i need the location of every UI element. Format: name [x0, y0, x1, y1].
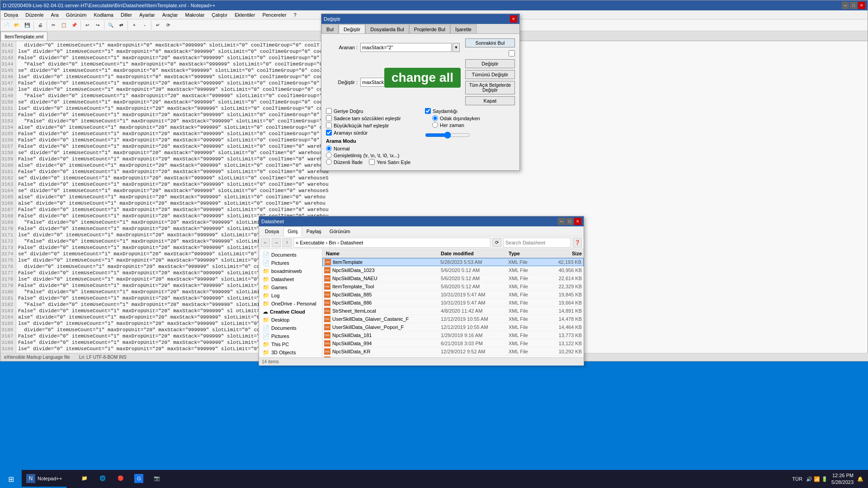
fe-up-btn[interactable]: ↑: [283, 238, 292, 247]
toolbar-replace[interactable]: ⇄: [116, 20, 126, 30]
checkbox-wrap[interactable]: [326, 130, 332, 136]
fe-file-row[interactable]: XML NpcSkillData_1023 5/6/2020 5:12 AM X…: [322, 266, 584, 274]
fe-file-row[interactable]: XML ItemTemplate 5/28/2023 5:53 AM XML F…: [322, 258, 584, 266]
toolbar-wrap[interactable]: ↵: [153, 20, 163, 30]
toolbar-print[interactable]: 🖨: [35, 20, 45, 30]
toolbar-copy[interactable]: 📋: [59, 20, 69, 30]
toolbar-undo[interactable]: ↩: [82, 20, 92, 30]
toolbar-new[interactable]: 📄: [1, 20, 11, 30]
fe-ribbon-paylas[interactable]: Paylaş: [303, 226, 325, 236]
fe-file-row[interactable]: XML NpcSkillData_NAEU 5/6/2020 5:12 AM X…: [322, 274, 584, 282]
dialog-tab-dosyalarda[interactable]: Dosyalarda Bul: [365, 24, 409, 33]
menu-ayarlar[interactable]: Ayarlar: [136, 10, 159, 19]
menu-ara[interactable]: Ara: [47, 10, 62, 19]
fe-search-btn[interactable]: ❓: [573, 238, 582, 248]
replace-all-open-button[interactable]: Tüm Açık Belgelerde Değiştir: [465, 81, 515, 94]
replace-all-button[interactable]: Tümünü Değiştir: [465, 70, 515, 79]
menu-araclar[interactable]: Araçlar: [159, 10, 182, 19]
menu-makrolar[interactable]: Makrolar: [182, 10, 208, 19]
checkbox-whole-word[interactable]: [326, 115, 332, 121]
fe-file-row[interactable]: XML NpcSkillData_643 5/24/2019 10:10 AM …: [322, 356, 584, 357]
fe-col-date-header[interactable]: Date modified: [439, 251, 507, 256]
dialog-tab-isaretler[interactable]: İşaretle: [450, 24, 476, 33]
toolbar-paste[interactable]: 📌: [69, 20, 79, 30]
taskbar-item-notepad[interactable]: N Notepad++: [22, 470, 66, 488]
fe-sidebar-item[interactable]: 📁 Desktop: [259, 316, 322, 324]
find-checkbox[interactable]: [509, 50, 515, 56]
taskbar-clock[interactable]: 12:26 PM 5/28/2023: [831, 472, 854, 486]
fe-search-input[interactable]: [503, 238, 571, 248]
taskbar-item-app3[interactable]: 📷: [148, 470, 166, 488]
toolbar-sync[interactable]: ⟳: [163, 20, 173, 30]
fe-sidebar-item[interactable]: 📄 Documents: [259, 324, 322, 332]
fe-refresh-btn[interactable]: ⟳: [492, 238, 501, 247]
notification-btn[interactable]: 🔔: [857, 476, 863, 482]
fe-sidebar-item[interactable]: 📁 Log: [259, 291, 322, 300]
menu-help[interactable]: ?: [290, 10, 300, 19]
fe-col-type-header[interactable]: Type: [507, 251, 547, 256]
radio-extended-input[interactable]: [326, 152, 332, 158]
fe-sidebar-item[interactable]: ☁ Creative Cloud: [259, 308, 322, 316]
maximize-button[interactable]: □: [850, 2, 857, 9]
fe-ribbon-dosya[interactable]: Dosya: [261, 226, 283, 236]
menu-calistir[interactable]: Çalıştır: [208, 10, 231, 19]
radio-focus-out-input[interactable]: [432, 115, 438, 121]
taskbar-item-fe[interactable]: 📁: [75, 470, 94, 488]
replace-dropdown-btn[interactable]: ▼: [453, 78, 460, 87]
fe-file-row[interactable]: XML ItemTemplate_Tool 5/6/2020 5:12 AM X…: [322, 282, 584, 291]
fe-address-input[interactable]: [293, 238, 491, 248]
toolbar-cut[interactable]: ✂: [48, 20, 58, 30]
radio-always-input[interactable]: [432, 122, 438, 128]
fe-sidebar-item[interactable]: 📄 Pictures: [259, 259, 322, 267]
fe-file-row[interactable]: XML NpcSkillData_886 10/31/2019 5:47 AM …: [322, 299, 584, 307]
fe-sidebar-item[interactable]: 📁 OneDrive - Personal: [259, 300, 322, 308]
checkbox-transparency[interactable]: [425, 108, 431, 114]
start-button[interactable]: ⊞: [0, 470, 22, 488]
menu-pencereler[interactable]: Pencereler: [259, 10, 290, 19]
fe-sidebar-item[interactable]: 📁 This PC: [259, 340, 322, 348]
fe-sidebar-item[interactable]: 📁 3D Objects: [259, 348, 322, 357]
fe-col-name-header[interactable]: Name: [322, 251, 439, 256]
minimize-button[interactable]: ─: [842, 2, 849, 9]
dialog-close-btn[interactable]: ✕: [510, 15, 517, 23]
menu-dosya[interactable]: Dosya: [0, 10, 22, 19]
fe-file-row[interactable]: XML NpcSkillData_994 6/21/2018 3:03 PM X…: [322, 339, 584, 347]
replace-button[interactable]: Değiştir: [465, 59, 515, 68]
radio-normal-input[interactable]: [326, 145, 332, 151]
fe-ribbon-gorunum[interactable]: Görünüm: [326, 226, 354, 236]
fe-sidebar-item[interactable]: 📁 Games: [259, 283, 322, 291]
toolbar-open[interactable]: 📂: [12, 20, 22, 30]
close-button[interactable]: ✕: [858, 2, 865, 9]
fe-maximize-btn[interactable]: □: [566, 218, 573, 225]
fe-file-row[interactable]: XML NpcSkillData_KR 12/29/2012 9:52 AM X…: [322, 347, 584, 356]
checkbox-backward[interactable]: [326, 108, 332, 114]
fe-sidebar-item[interactable]: 📄 Documents: [259, 251, 322, 259]
checkbox-newline[interactable]: [369, 159, 375, 165]
taskbar-item-app1[interactable]: 🔴: [112, 470, 130, 488]
fe-file-row[interactable]: XML UserSkillData_Glaiver_Popori_F 12/12…: [322, 323, 584, 331]
search-input[interactable]: [360, 43, 452, 52]
menu-gorunum[interactable]: Görünüm: [62, 10, 90, 19]
fe-file-row[interactable]: XML NpcSkillData_181 1/29/2019 9:16 AM X…: [322, 331, 584, 339]
dialog-tab-degistir[interactable]: Değiştir: [339, 24, 365, 33]
fe-minimize-btn[interactable]: ─: [558, 218, 565, 225]
taskbar-item-app2[interactable]: G: [130, 470, 148, 488]
menu-eklentiler[interactable]: Eklentiler: [231, 10, 259, 19]
dialog-tab-projelerde[interactable]: Projelerde Bul: [409, 24, 450, 33]
fe-col-size-header[interactable]: Size: [547, 251, 584, 256]
toolbar-redo[interactable]: ↪: [93, 20, 103, 30]
menu-duzenle[interactable]: Düzenle: [22, 10, 47, 19]
fe-close-btn[interactable]: ✕: [574, 218, 581, 225]
fe-back-btn[interactable]: ←: [261, 238, 270, 247]
close-dialog-button[interactable]: Kapat: [465, 96, 515, 105]
transparency-range-input[interactable]: [425, 131, 470, 139]
toolbar-zoom-in[interactable]: +: [129, 20, 139, 30]
fe-ribbon-giris[interactable]: Giriş: [283, 226, 302, 236]
fe-file-row[interactable]: XML NpcSkillData_885 10/31/2019 5:47 AM …: [322, 291, 584, 299]
fe-forward-btn[interactable]: →: [272, 238, 281, 247]
dialog-tab-bul[interactable]: Bul: [321, 24, 339, 33]
fe-file-row[interactable]: XML StrSheet_ItemLocal 4/8/2020 11:42 AM…: [322, 307, 584, 315]
checkbox-case[interactable]: [326, 122, 332, 128]
toolbar-find[interactable]: 🔍: [106, 20, 116, 30]
taskbar-item-browser[interactable]: 🌐: [94, 470, 112, 488]
